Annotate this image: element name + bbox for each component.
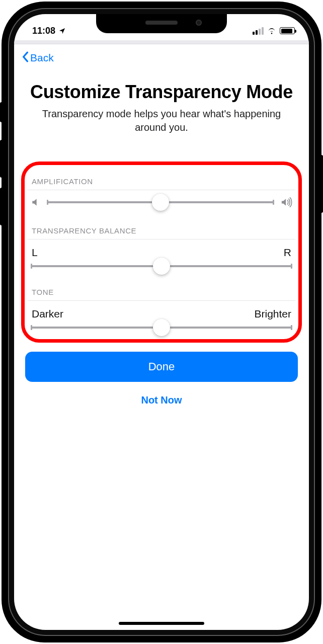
volume-high-icon: [280, 197, 292, 207]
volume-down: [0, 188, 3, 225]
tone-slider[interactable]: [31, 325, 292, 330]
page-title: Customize Transparency Mode: [14, 69, 309, 107]
back-button[interactable]: Back: [14, 44, 309, 69]
home-indicator[interactable]: [119, 622, 204, 625]
balance-left-label: L: [32, 247, 38, 259]
chevron-left-icon: [21, 51, 29, 64]
power-button: [320, 155, 323, 213]
location-arrow-icon: [58, 27, 66, 35]
battery-icon: [280, 27, 295, 34]
volume-up: [0, 140, 3, 178]
balance-right-label: R: [284, 247, 291, 259]
status-time: 11:08: [32, 26, 55, 36]
back-label: Back: [30, 52, 54, 64]
sliders-highlight-box: AMPLIFICATION TRANSPARENCY BALANCE: [21, 162, 302, 343]
balance-slider[interactable]: [31, 264, 292, 269]
amplification-slider-row: [31, 194, 292, 213]
not-now-button[interactable]: Not Now: [25, 386, 298, 414]
page-subtitle: Transparency mode helps you hear what's …: [14, 107, 309, 144]
cellular-signal-icon: [253, 27, 264, 35]
wifi-icon: [267, 27, 277, 34]
volume-low-icon: [31, 197, 41, 207]
amplification-label: AMPLIFICATION: [32, 177, 291, 186]
screen: 11:08: [14, 14, 309, 630]
device-frame: 11:08: [2, 2, 321, 642]
tone-right-label: Brighter: [254, 308, 291, 320]
done-label: Done: [148, 360, 175, 373]
notch: [96, 14, 227, 33]
tone-left-label: Darker: [32, 308, 63, 320]
sheet-top-edge: [14, 40, 309, 44]
not-now-label: Not Now: [141, 394, 182, 406]
done-button[interactable]: Done: [25, 352, 298, 382]
tone-label: TONE: [32, 288, 291, 296]
amplification-slider[interactable]: [47, 200, 274, 205]
mute-switch: [0, 102, 3, 122]
balance-label: TRANSPARENCY BALANCE: [32, 226, 291, 235]
